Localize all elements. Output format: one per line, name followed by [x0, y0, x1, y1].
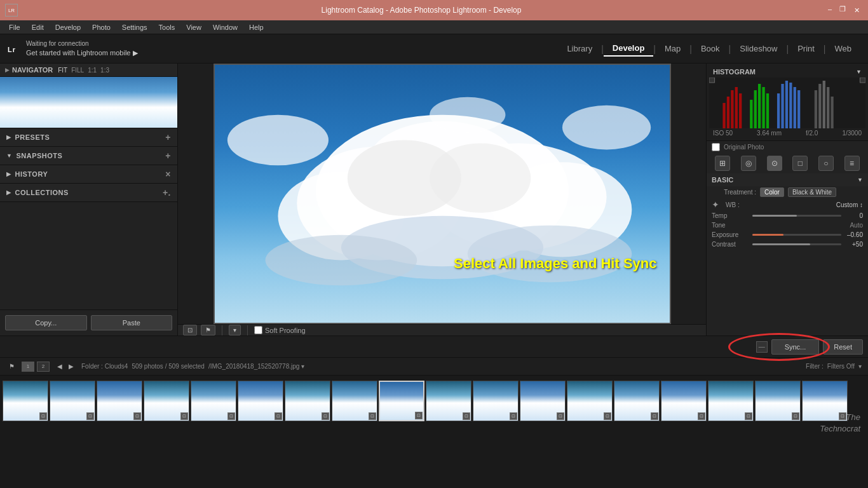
- snapshots-header[interactable]: ▼ Snapshots +: [0, 147, 177, 165]
- navigator-title[interactable]: Navigator: [12, 66, 53, 74]
- collections-header[interactable]: ▶ Collections +.: [0, 184, 177, 201]
- menu-edit[interactable]: Edit: [27, 22, 49, 32]
- spot-heal-icon[interactable]: ⊙: [767, 156, 782, 171]
- mobile-getstarted[interactable]: Get started with Lightroom mobile ▶: [26, 48, 558, 58]
- nav-web[interactable]: Web: [826, 41, 861, 56]
- nav-1-3[interactable]: 1:3: [100, 67, 109, 74]
- film-thumb[interactable]: ⊡: [614, 381, 660, 421]
- flag-button[interactable]: ⚑: [201, 325, 215, 336]
- menu-develop[interactable]: Develop: [50, 22, 86, 32]
- minimize-sync-icon[interactable]: —: [756, 341, 768, 353]
- menu-window[interactable]: Window: [208, 22, 243, 32]
- history-close-icon[interactable]: ×: [165, 169, 171, 179]
- minimize-button[interactable]: –: [825, 4, 835, 14]
- nav-print[interactable]: Print: [789, 41, 824, 56]
- film-thumb[interactable]: ⊡: [238, 381, 283, 421]
- next-arrow-icon[interactable]: ▶: [66, 362, 76, 372]
- basic-arrow: ▼: [857, 177, 863, 183]
- menu-settings[interactable]: Settings: [117, 22, 153, 32]
- eyedropper-icon[interactable]: ✦: [712, 200, 719, 210]
- exposure-slider[interactable]: [752, 234, 841, 236]
- view-mode-2[interactable]: 2: [37, 362, 50, 372]
- contrast-value: +50: [844, 241, 863, 248]
- svg-rect-21: [754, 90, 757, 128]
- nav-library[interactable]: Library: [558, 41, 601, 56]
- menu-file[interactable]: File: [4, 22, 25, 32]
- film-thumb[interactable]: ⊡: [191, 381, 236, 421]
- basic-section-header[interactable]: Basic ▼: [707, 173, 868, 186]
- view-mode-buttons: 1 2: [22, 362, 50, 372]
- restore-button[interactable]: ❐: [837, 4, 848, 14]
- exposure-label: Exposure: [712, 231, 750, 238]
- contrast-slider[interactable]: [752, 243, 841, 245]
- filter-value[interactable]: Filters Off: [827, 363, 855, 370]
- copy-button[interactable]: Copy...: [5, 315, 87, 330]
- color-button[interactable]: Color: [760, 187, 784, 197]
- film-thumb[interactable]: ⊡: [708, 381, 754, 421]
- filter-icon[interactable]: ○: [818, 156, 834, 171]
- film-thumb[interactable]: ⊡: [426, 381, 471, 421]
- snapshots-add-icon[interactable]: +: [165, 151, 171, 161]
- view-mode-1[interactable]: 1: [22, 362, 34, 372]
- film-thumb[interactable]: ⊡: [97, 381, 142, 421]
- close-button[interactable]: ✕: [850, 4, 863, 17]
- film-thumb[interactable]: ⊡: [285, 381, 330, 421]
- nav-fill[interactable]: FILL: [71, 67, 84, 74]
- film-thumb[interactable]: ⊡: [50, 381, 95, 421]
- presets-add-icon[interactable]: +: [165, 132, 171, 142]
- adjustment-brush-icon[interactable]: ≡: [844, 156, 860, 171]
- film-thumb[interactable]: ⊡: [332, 381, 377, 421]
- flag-status-icon[interactable]: ⚑: [6, 362, 17, 372]
- menu-help[interactable]: Help: [244, 22, 269, 32]
- redeye-icon[interactable]: □: [792, 156, 808, 171]
- filename[interactable]: /IMG_20180418_152520778.jpg ▾: [208, 363, 304, 370]
- collections-label: Collections: [15, 189, 69, 196]
- crop-tool-icon[interactable]: ◎: [741, 156, 756, 171]
- sync-button[interactable]: Sync...: [771, 339, 820, 355]
- filter-arrow[interactable]: ▾: [858, 363, 862, 370]
- more-options-button[interactable]: ▾: [229, 325, 241, 336]
- presets-header[interactable]: ▶ Presets +: [0, 128, 177, 146]
- nav-fit[interactable]: FIT: [58, 67, 67, 74]
- soft-proofing-checkbox[interactable]: [254, 326, 262, 334]
- film-thumb[interactable]: ⊡: [567, 381, 613, 421]
- svg-rect-33: [823, 81, 825, 128]
- crop-tool-button[interactable]: ⊡: [183, 325, 197, 336]
- film-thumb[interactable]: ⊡: [661, 381, 707, 421]
- menu-photo[interactable]: Photo: [87, 22, 116, 32]
- film-thumb[interactable]: ⊡: [520, 381, 566, 421]
- wb-value[interactable]: Custom ↕: [836, 201, 863, 208]
- temp-slider[interactable]: [752, 215, 841, 217]
- collections-add-icon[interactable]: +.: [163, 187, 171, 198]
- main-image-container: Select All Images and Hit Sync: [214, 64, 671, 324]
- film-thumb[interactable]: ⊡: [473, 381, 519, 421]
- nav-slideshow[interactable]: Slideshow: [731, 41, 786, 56]
- nav-book[interactable]: Book: [692, 41, 729, 56]
- film-thumb[interactable]: ⊡: [802, 381, 848, 421]
- film-thumb[interactable]: ⊡: [755, 381, 801, 421]
- bw-button[interactable]: Black & White: [788, 187, 836, 197]
- svg-rect-26: [781, 84, 783, 128]
- left-bottom-buttons: Copy... Paste: [0, 309, 177, 336]
- thumb-badge: ⊡: [463, 412, 470, 420]
- menu-tools[interactable]: Tools: [154, 22, 180, 32]
- status-bar: ⚑ 1 2 ◀ ▶ Folder : Clouds4 509 photos / …: [0, 357, 868, 375]
- grid-tool-icon[interactable]: ⊞: [715, 156, 730, 171]
- auto-button[interactable]: Auto: [850, 222, 863, 229]
- reset-button[interactable]: Reset: [823, 339, 863, 355]
- thumb-badge: ⊡: [86, 412, 94, 420]
- nav-1-1[interactable]: 1:1: [88, 67, 97, 74]
- history-header[interactable]: ▶ History ×: [0, 165, 177, 183]
- paste-button[interactable]: Paste: [91, 315, 173, 330]
- thumb-badge: ⊡: [698, 412, 705, 420]
- film-thumb[interactable]: ⊡: [379, 381, 424, 421]
- window-controls: – ❐ ✕: [825, 4, 863, 17]
- film-thumb[interactable]: ⊡: [3, 381, 48, 421]
- nav-develop[interactable]: Develop: [604, 41, 654, 57]
- menu-view[interactable]: View: [181, 22, 207, 32]
- original-photo-checkbox[interactable]: [712, 143, 720, 151]
- svg-rect-19: [739, 93, 742, 128]
- nav-map[interactable]: Map: [656, 41, 689, 56]
- prev-arrow-icon[interactable]: ◀: [55, 362, 65, 372]
- film-thumb[interactable]: ⊡: [144, 381, 189, 421]
